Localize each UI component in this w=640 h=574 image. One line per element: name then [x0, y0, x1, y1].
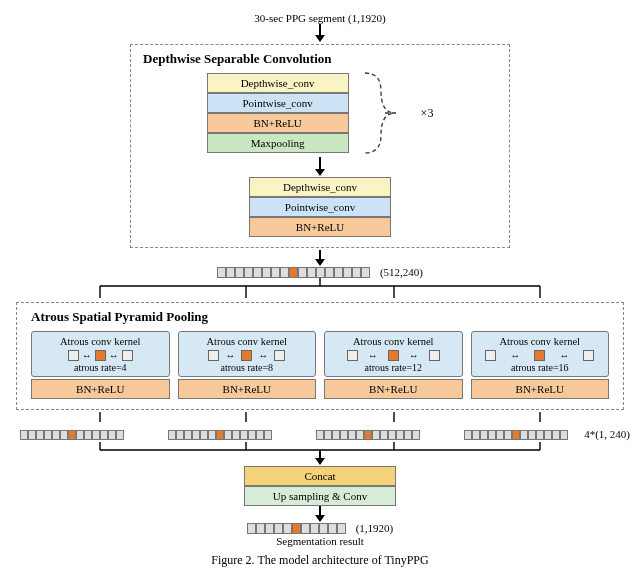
atrous-rate: atrous rate=16: [476, 362, 605, 373]
output-shape: (1,1920): [356, 522, 394, 534]
atrous-rate: atrous rate=12: [329, 362, 458, 373]
kernel-icon: ↔↔: [329, 350, 458, 361]
repeat-brace-icon: [363, 71, 407, 155]
converge-connector-icon: [20, 442, 620, 466]
pointwise-conv-layer: Pointwise_conv: [207, 93, 349, 113]
aspp-branch: Atrous conv kernel ↔↔ atrous rate=12 BN+…: [324, 331, 463, 399]
svg-marker-23: [315, 458, 325, 465]
svg-marker-6: [315, 259, 325, 266]
aspp-output-strips: [20, 430, 568, 440]
maxpool-layer: Maxpooling: [207, 133, 349, 153]
aspp-branch: Atrous conv kernel ↔↔ atrous rate=8 BN+R…: [178, 331, 317, 399]
dsc-block: Depthwise Separable Convolution Depthwis…: [130, 44, 510, 248]
aspp-output-shape: 4*(1, 240): [584, 428, 630, 440]
fanin-connector-icon: [20, 412, 620, 426]
aspp-branch: Atrous conv kernel ↔↔ atrous rate=16 BN+…: [471, 331, 610, 399]
output-label: Segmentation result: [10, 535, 630, 547]
depthwise-conv-layer: Depthwise_conv: [207, 73, 349, 93]
bn-relu-layer: BN+ReLU: [31, 379, 170, 399]
pointwise-conv-layer: Pointwise_conv: [249, 197, 391, 217]
aspp-branch: Atrous conv kernel ↔↔ atrous rate=4 BN+R…: [31, 331, 170, 399]
svg-marker-25: [315, 515, 325, 522]
bn-relu-layer: BN+ReLU: [249, 217, 391, 237]
repeat-count: ×3: [421, 106, 434, 121]
arrow-down-icon: [312, 157, 328, 177]
atrous-kernel-label: Atrous conv kernel: [183, 336, 312, 347]
svg-marker-4: [315, 169, 325, 176]
arrow-down-icon: [312, 250, 328, 266]
fanout-connector-icon: [20, 278, 620, 300]
depthwise-conv-layer: Depthwise_conv: [249, 177, 391, 197]
feature-map-shape: (512,240): [380, 266, 423, 278]
arrow-down-icon: [312, 506, 328, 522]
input-label: 30-sec PPG segment (1,1920): [10, 12, 630, 24]
concat-layer: Concat: [244, 466, 396, 486]
atrous-kernel-label: Atrous conv kernel: [36, 336, 165, 347]
aspp-block: Atrous Spatial Pyramid Pooling Atrous co…: [16, 302, 624, 410]
atrous-rate: atrous rate=8: [183, 362, 312, 373]
feature-map-strip: (512,240): [10, 266, 630, 278]
atrous-kernel-label: Atrous conv kernel: [329, 336, 458, 347]
output-strip: (1,1920): [10, 522, 630, 534]
atrous-rate: atrous rate=4: [36, 362, 165, 373]
kernel-icon: ↔↔: [36, 350, 165, 361]
arrow-down-icon: [312, 24, 328, 42]
post-process-stack: Concat Up sampling & Conv: [10, 466, 630, 506]
bn-relu-layer: BN+ReLU: [324, 379, 463, 399]
dsc-group1: Depthwise_conv Pointwise_conv BN+ReLU Ma…: [207, 73, 349, 153]
dsc-title: Depthwise Separable Convolution: [143, 51, 499, 67]
atrous-kernel-label: Atrous conv kernel: [476, 336, 605, 347]
dsc-group2: Depthwise_conv Pointwise_conv BN+ReLU: [141, 177, 499, 237]
bn-relu-layer: BN+ReLU: [471, 379, 610, 399]
kernel-icon: ↔↔: [183, 350, 312, 361]
aspp-title: Atrous Spatial Pyramid Pooling: [31, 309, 613, 325]
bn-relu-layer: BN+ReLU: [178, 379, 317, 399]
svg-marker-1: [315, 35, 325, 42]
upsample-conv-layer: Up sampling & Conv: [244, 486, 396, 506]
figure-caption: Figure 2. The model architecture of Tiny…: [10, 553, 630, 568]
bn-relu-layer: BN+ReLU: [207, 113, 349, 133]
kernel-icon: ↔↔: [476, 350, 605, 361]
